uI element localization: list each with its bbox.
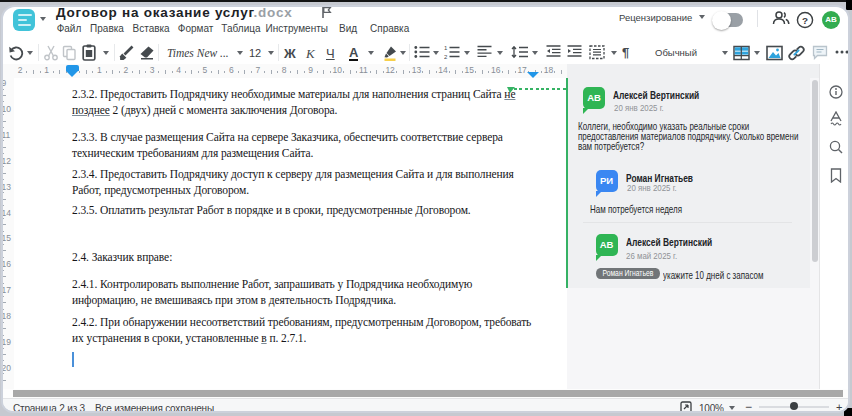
svg-text:1: 1 <box>444 45 448 51</box>
svg-text:2: 2 <box>444 54 448 60</box>
svg-text:?: ? <box>802 15 808 26</box>
